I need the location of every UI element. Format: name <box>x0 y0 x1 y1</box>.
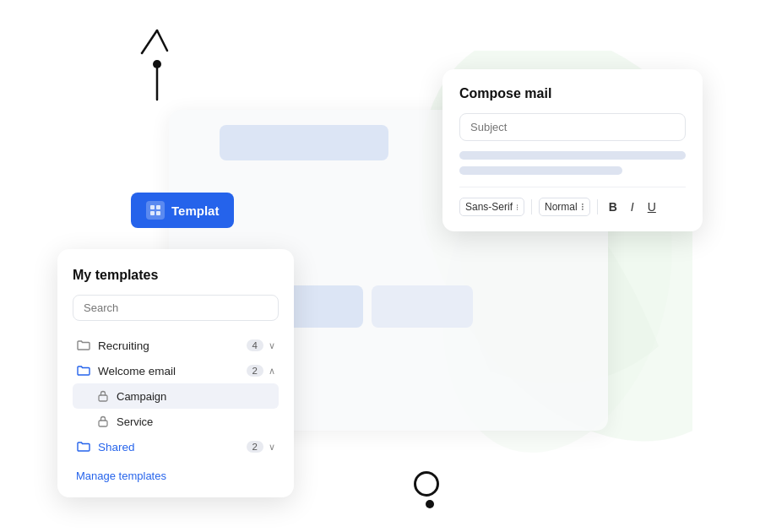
underline-button[interactable]: U <box>643 198 660 215</box>
svg-rect-7 <box>156 205 160 209</box>
size-label: Normal <box>545 201 578 213</box>
svg-line-2 <box>142 30 157 53</box>
svg-rect-8 <box>150 211 155 215</box>
cursor-decoration <box>125 24 176 117</box>
recruiting-chevron[interactable]: ∨ <box>269 340 275 351</box>
folder-item-recruiting[interactable]: Recruiting 4 ∨ <box>73 333 279 358</box>
templates-button-icon <box>146 201 165 220</box>
shared-chevron[interactable]: ∨ <box>269 442 275 453</box>
service-label: Service <box>117 415 153 428</box>
subject-input[interactable] <box>459 113 686 141</box>
folder-gray-icon <box>76 338 91 353</box>
welcome-count: 2 <box>247 365 263 377</box>
lock-icon <box>96 389 110 403</box>
bold-button[interactable]: B <box>605 198 622 215</box>
size-selector[interactable]: Normal ⁝ <box>539 198 590 216</box>
templates-panel: My templates Recruiting 4 ∨ Welcome emai… <box>57 249 294 497</box>
toolbar-divider-2 <box>597 199 598 214</box>
manage-templates-link[interactable]: Manage templates <box>73 468 170 484</box>
sub-item-service[interactable]: Service <box>73 409 279 434</box>
search-input[interactable] <box>73 295 279 321</box>
welcome-email-label: Welcome email <box>98 365 247 377</box>
templates-button-label: Templat <box>171 204 219 218</box>
toolbar-divider-1 <box>531 199 532 214</box>
font-caret-icon: ⁝ <box>516 203 518 212</box>
recruiting-count: 4 <box>247 339 263 351</box>
campaign-label: Campaign <box>117 390 166 403</box>
recruiting-label: Recruiting <box>98 339 247 352</box>
folder-blue-icon <box>76 363 91 378</box>
compose-panel: Compose mail Sans-Serif ⁝ Normal ⁝ B I U <box>442 69 703 231</box>
size-caret-icon: ⁝ <box>581 201 584 213</box>
templates-panel-title: My templates <box>73 268 279 283</box>
font-label: Sans-Serif <box>465 201 513 213</box>
shared-label: Shared <box>98 441 247 453</box>
folder-item-welcome[interactable]: Welcome email 2 ∧ <box>73 358 279 383</box>
welcome-chevron[interactable]: ∧ <box>269 366 275 377</box>
bottom-circle-decoration <box>414 471 439 497</box>
compose-body-line-2 <box>459 166 622 175</box>
compose-body-line-1 <box>459 151 686 160</box>
folder-item-shared[interactable]: Shared 2 ∨ <box>73 434 279 459</box>
svg-point-4 <box>153 60 161 68</box>
lock-icon-service <box>96 415 110 428</box>
compose-title: Compose mail <box>459 86 686 101</box>
svg-rect-9 <box>156 211 160 215</box>
italic-button[interactable]: I <box>627 198 638 215</box>
svg-line-3 <box>157 30 167 51</box>
svg-rect-11 <box>99 421 107 426</box>
compose-toolbar: Sans-Serif ⁝ Normal ⁝ B I U <box>459 187 686 216</box>
bottom-dot-decoration <box>426 500 434 508</box>
placeholder-rect-1 <box>220 125 388 160</box>
folder-blue-shared-icon <box>76 439 91 454</box>
svg-rect-10 <box>99 395 107 401</box>
shared-count: 2 <box>247 441 263 453</box>
placeholder-rect-3 <box>372 285 473 328</box>
sub-item-campaign[interactable]: Campaign <box>73 383 279 409</box>
font-selector[interactable]: Sans-Serif ⁝ <box>459 198 524 216</box>
svg-rect-6 <box>150 205 155 209</box>
templates-button[interactable]: Templat <box>131 193 234 228</box>
